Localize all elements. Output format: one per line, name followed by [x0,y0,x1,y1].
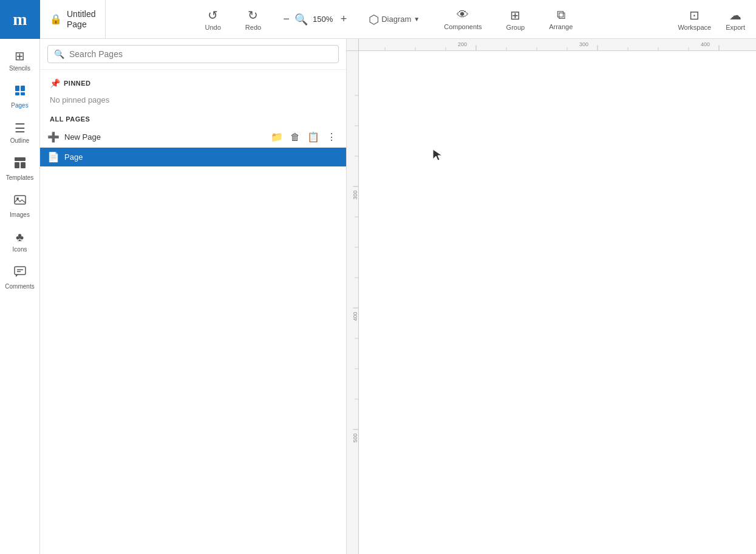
icons-icon: ♣ [16,230,24,244]
title-line2: Page [67,19,95,30]
copy-action-icon[interactable]: 📋 [305,130,322,144]
sidebar-item-templates[interactable]: Templates [2,151,38,186]
sidebar-item-pages[interactable]: Pages [2,79,38,114]
export-icon: ☁ [729,8,741,22]
search-bar-inner: 🔍 [47,45,339,63]
export-button[interactable]: ☁ Export [720,5,751,33]
cursor-indicator [432,148,444,165]
images-label: Images [10,211,30,218]
diagram-icon: ⬡ [369,12,379,27]
comments-label: Comments [5,283,34,290]
new-page-icon: ➕ [47,131,60,143]
components-label: Components [444,23,482,30]
pages-icon [13,84,27,100]
icons-label: Icons [13,246,27,253]
pinned-section-header: 📌 PINNED [40,75,346,92]
stencils-label: Stencils [9,65,30,72]
outline-icon: ☰ [15,121,26,135]
ruler-left: 300 400 500 [347,51,359,554]
outline-label: Outline [10,137,30,144]
ruler-left-svg: 300 400 500 [347,51,359,554]
delete-action-icon[interactable]: 🗑 [288,131,302,144]
sidebar-item-icons[interactable]: ♣ Icons [2,225,38,258]
group-button[interactable]: ⊞ Group [502,5,530,33]
zoom-value: 150% [310,15,336,24]
group-label: Group [506,24,525,31]
canvas-area[interactable]: 200 300 400 300 [347,39,756,554]
pages-list: 📌 PINNED No pinned pages ALL PAGES ➕ New… [40,70,346,554]
zoom-out-button[interactable]: − [281,12,292,27]
lock-icon: 🔒 [50,13,62,25]
pages-panel: 🔍 📌 PINNED No pinned pages ALL PAGES ➕ N… [40,39,347,554]
redo-icon: ↻ [248,8,258,22]
page-name: Page [64,152,339,162]
sidebar-item-outline[interactable]: ☰ Outline [2,116,38,149]
svg-rect-1 [21,86,25,91]
diagram-button[interactable]: ⬡ Diagram ▼ [364,10,424,29]
more-action-icon[interactable]: ⋮ [324,130,339,144]
zoom-icon: 🔍 [295,13,308,26]
undo-button[interactable]: ↺ Undo [200,5,226,33]
new-page-label: New Page [64,132,268,142]
templates-label: Templates [6,174,34,181]
page-item-page1[interactable]: 📄 Page [40,148,346,166]
ruler-corner [347,39,359,51]
redo-button[interactable]: ↻ Redo [240,5,266,33]
main-area: ⊞ Stencils Pages ☰ Outline Templates Ima… [0,39,756,554]
new-page-actions: 📁 🗑 📋 ⋮ [268,130,339,144]
arrange-button[interactable]: ⧉ Arrange [544,5,577,33]
pages-label: Pages [11,102,28,109]
pinned-section-title: PINNED [64,80,91,87]
topbar-right: ⊡ Workspace ☁ Export [672,5,756,33]
svg-rect-9 [15,267,26,275]
page-file-icon: 📄 [47,151,60,163]
images-icon [13,193,27,210]
components-icon: 👁 [457,8,469,22]
zoom-in-button[interactable]: + [338,12,350,27]
folder-action-icon[interactable]: 📁 [268,130,285,144]
arrange-icon: ⧉ [557,8,565,22]
undo-icon: ↺ [208,8,218,22]
group-icon: ⊞ [510,8,520,22]
svg-rect-0 [15,86,19,91]
svg-text:500: 500 [352,433,358,442]
svg-rect-5 [15,162,19,168]
workspace-label: Workspace [678,24,711,31]
zoom-control: − 🔍 150% + [281,12,349,27]
search-input[interactable] [69,49,332,59]
title-line1: Untitled [67,9,95,19]
sidebar-item-images[interactable]: Images [2,188,38,223]
svg-text:300: 300 [579,41,588,47]
canvas-content[interactable] [359,51,756,554]
svg-rect-6 [21,162,26,168]
arrange-label: Arrange [549,23,573,30]
svg-rect-3 [21,92,25,95]
components-button[interactable]: 👁 Components [439,5,486,33]
workspace-button[interactable]: ⊡ Workspace [672,5,717,33]
diagram-label: Diagram [381,15,411,24]
pin-icon: 📌 [50,78,60,88]
ruler-top-svg: 200 300 400 [359,39,756,51]
search-icon: 🔍 [54,49,64,59]
templates-icon [13,156,27,173]
comments-icon [13,265,27,281]
sidebar-item-comments[interactable]: Comments [2,260,38,295]
app-logo[interactable]: m [0,0,40,39]
stencils-icon: ⊞ [15,49,25,63]
svg-rect-2 [15,92,19,95]
sidebar-item-stencils[interactable]: ⊞ Stencils [2,44,38,77]
svg-rect-4 [15,157,26,161]
sidebar-icons: ⊞ Stencils Pages ☰ Outline Templates Ima… [0,39,40,554]
svg-text:400: 400 [352,312,358,321]
svg-text:300: 300 [352,190,358,199]
svg-text:200: 200 [458,41,467,47]
export-label: Export [726,24,745,31]
search-bar: 🔍 [40,39,346,70]
redo-label: Redo [245,24,261,31]
workspace-icon: ⊡ [689,8,700,22]
all-pages-section-header: ALL PAGES [40,112,346,126]
diagram-dropdown-icon: ▼ [414,16,420,22]
new-page-item[interactable]: ➕ New Page 📁 🗑 📋 ⋮ [40,126,346,148]
no-pinned-text: No pinned pages [40,92,346,112]
document-title: 🔒 Untitled Page [40,0,106,38]
